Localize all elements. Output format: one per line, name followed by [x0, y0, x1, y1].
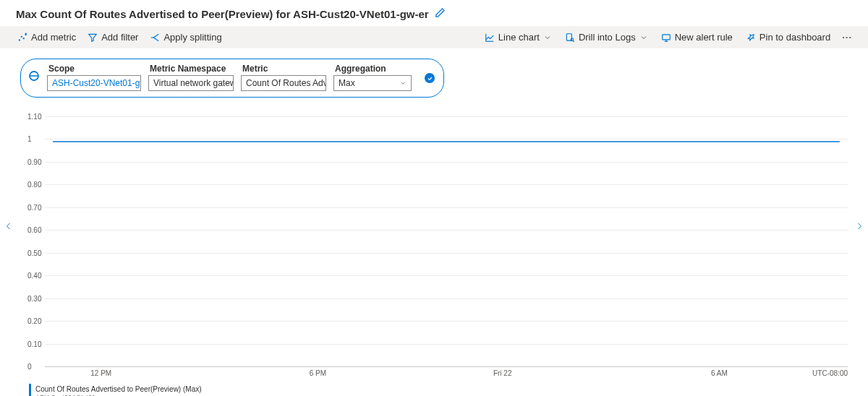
previous-chart-button[interactable] [1, 217, 16, 239]
svg-rect-12 [662, 34, 670, 39]
scope-label: Scope [47, 64, 141, 74]
y-tick: 0.70 [27, 203, 41, 211]
line-chart[interactable]: 1.1010.900.800.700.600.500.400.300.200.1… [27, 116, 848, 366]
timezone-label: UTC-08:00 [812, 369, 848, 377]
svg-point-2 [23, 38, 24, 38]
page-title: Max Count Of Routes Advertised to Peer(P… [16, 8, 429, 20]
y-tick: 0.60 [27, 226, 41, 234]
metric-selector-pill: Scope ASH-Cust20-VNet01-gw-er Metric Nam… [20, 59, 444, 98]
y-tick: 0.80 [27, 181, 41, 189]
pin-to-dashboard-button[interactable]: Pin to dashboard [744, 29, 832, 46]
y-tick: 0.30 [27, 294, 41, 302]
y-tick: 0.90 [27, 158, 41, 165]
namespace-label: Metric Namespace [148, 64, 234, 74]
x-tick: Fri 22 [493, 369, 512, 377]
svg-point-1 [21, 36, 22, 37]
next-chart-button[interactable] [852, 217, 867, 239]
new-alert-rule-button[interactable]: New alert rule [660, 29, 734, 46]
aggregation-selector[interactable]: Max [333, 75, 412, 91]
y-tick: 0.40 [27, 272, 41, 280]
resource-icon [28, 70, 40, 84]
x-tick: 6 AM [711, 369, 728, 377]
aggregation-label: Aggregation [333, 64, 412, 74]
x-tick: 12 PM [90, 369, 111, 377]
x-tick: 6 PM [310, 369, 326, 377]
add-metric-button[interactable]: Add metric [16, 29, 77, 46]
svg-point-0 [19, 39, 20, 40]
more-options-button[interactable]: ··· [842, 32, 852, 43]
edit-icon[interactable] [435, 7, 446, 20]
scope-selector[interactable]: ASH-Cust20-VNet01-gw-er [47, 75, 141, 91]
add-filter-button[interactable]: Add filter [86, 29, 140, 46]
y-tick: 0.10 [27, 340, 41, 348]
chart-x-axis: UTC-08:00 12 PM6 PMFri 226 AM [45, 369, 848, 379]
toolbar: Add metric Add filter Apply splitting Li… [0, 26, 868, 48]
y-tick: 0 [27, 363, 32, 371]
svg-line-11 [573, 40, 574, 42]
drill-into-logs-button[interactable]: Drill into Logs [563, 29, 650, 46]
svg-line-8 [154, 38, 159, 41]
y-tick: 1 [27, 135, 32, 143]
apply-splitting-button[interactable]: Apply splitting [148, 29, 223, 46]
metric-label: Metric [241, 64, 326, 74]
y-tick: 1.10 [27, 113, 41, 121]
svg-line-7 [154, 34, 159, 38]
chart-type-dropdown[interactable]: Line chart [483, 29, 553, 46]
metric-selector[interactable]: Count Of Routes Advert... [241, 75, 326, 91]
apply-check-icon[interactable] [425, 73, 435, 83]
namespace-selector[interactable]: Virtual network gatewa... [148, 75, 234, 91]
y-tick: 0.20 [27, 317, 41, 325]
y-tick: 0.50 [27, 249, 41, 257]
